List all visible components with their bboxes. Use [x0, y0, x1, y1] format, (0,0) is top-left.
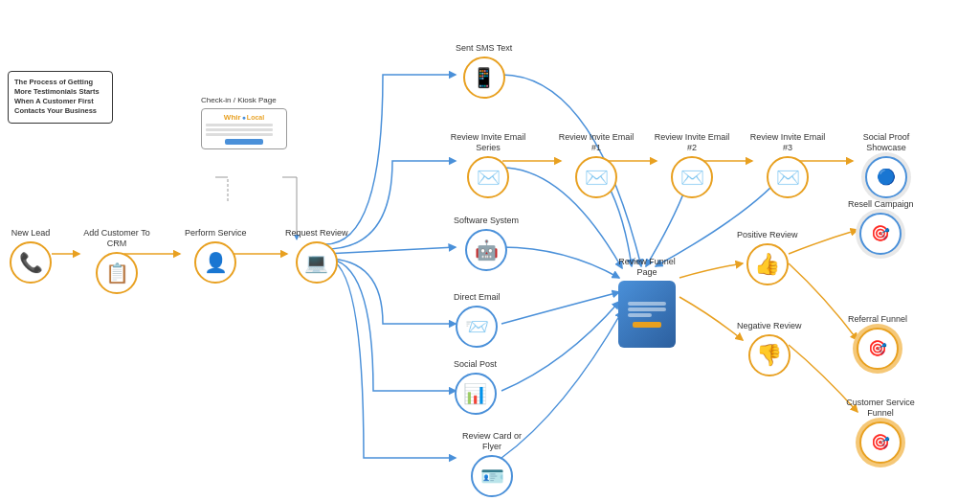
customer-service-icon: 🎯 [859, 421, 902, 464]
direct-email-icon: 📨 [456, 306, 498, 348]
review-invite-1-label: Review Invite Email #1 [558, 132, 635, 153]
customer-service-node: Customer Service Funnel 🎯 [842, 398, 919, 464]
direct-email-node: Direct Email 📨 [454, 292, 501, 348]
software-system-node: Software System 🤖 [454, 216, 519, 271]
review-invite-series-label: Review Invite Email Series [450, 132, 526, 153]
review-invite-2-node: Review Invite Email #2 ✉️ [654, 132, 730, 198]
request-review-icon: 💻 [296, 241, 338, 284]
perform-service-label: Perform Service [185, 228, 247, 239]
review-card-label: Review Card or Flyer [454, 431, 530, 452]
checkin-box: Check-in / Kiosk Page Whir●Local [201, 96, 287, 149]
software-system-label: Software System [454, 216, 519, 226]
add-crm-node: Add Customer To CRM 📋 [78, 228, 155, 294]
perform-service-node: Perform Service 👤 [185, 228, 247, 284]
positive-review-label: Positive Review [737, 230, 798, 240]
direct-email-label: Direct Email [454, 292, 501, 303]
sent-sms-label: Sent SMS Text [456, 43, 512, 54]
sent-sms-node: Sent SMS Text 📱 [456, 43, 512, 99]
social-post-node: Social Post 📊 [454, 359, 497, 415]
review-invite-3-label: Review Invite Email #3 [749, 132, 826, 153]
resell-campaign-node: Resell Campaign 🎯 [848, 199, 914, 255]
perform-service-icon: 👤 [194, 241, 236, 284]
review-invite-3-icon: ✉️ [767, 156, 809, 198]
social-post-icon: 📊 [455, 373, 497, 415]
negative-review-label: Negative Review [737, 321, 802, 331]
new-lead-node: New Lead 📞 [10, 228, 52, 284]
review-invite-series-node: Review Invite Email Series ✉️ [450, 132, 526, 198]
review-invite-1-node: Review Invite Email #1 ✉️ [558, 132, 635, 198]
new-lead-icon: 📞 [10, 241, 52, 284]
social-proof-label: Social Proof Showcase [848, 132, 924, 153]
negative-review-icon: 👎 [748, 334, 791, 376]
add-crm-icon: 📋 [96, 252, 138, 294]
intro-text-box: The Process of Getting More Testimonials… [8, 71, 113, 124]
resell-campaign-label: Resell Campaign [848, 199, 914, 210]
social-proof-node: Social Proof Showcase 🔵 [848, 132, 924, 198]
add-crm-label: Add Customer To CRM [78, 228, 155, 249]
request-review-node: Request Review 💻 [285, 228, 348, 284]
positive-review-node: Positive Review 👍 [737, 230, 798, 285]
referral-funnel-label: Referral Funnel [848, 314, 907, 325]
flowchart-canvas: The Process of Getting More Testimonials… [0, 0, 980, 501]
review-invite-3-node: Review Invite Email #3 ✉️ [749, 132, 826, 198]
review-card-node: Review Card or Flyer 🪪 [454, 431, 530, 497]
negative-review-node: Negative Review 👎 [737, 321, 802, 376]
resell-campaign-icon: 🎯 [859, 213, 902, 255]
review-invite-1-icon: ✉️ [575, 156, 617, 198]
review-invite-2-icon: ✉️ [671, 156, 713, 198]
intro-text: The Process of Getting More Testimonials… [14, 78, 100, 115]
referral-funnel-icon: 🎯 [857, 328, 899, 370]
review-funnel-node: Review Funnel Page [609, 257, 685, 348]
review-funnel-label: Review Funnel Page [609, 257, 685, 278]
review-card-icon: 🪪 [471, 455, 513, 497]
request-review-label: Request Review [285, 228, 348, 239]
software-system-icon: 🤖 [465, 229, 507, 271]
customer-service-label: Customer Service Funnel [842, 398, 919, 419]
positive-review-icon: 👍 [746, 243, 789, 285]
checkin-label: Check-in / Kiosk Page [201, 96, 287, 105]
checkin-mockup: Whir●Local [201, 108, 287, 149]
social-proof-icon: 🔵 [865, 156, 907, 198]
review-invite-series-icon: ✉️ [467, 156, 509, 198]
new-lead-label: New Lead [11, 228, 51, 239]
referral-funnel-node: Referral Funnel 🎯 [848, 314, 907, 370]
social-post-label: Social Post [454, 359, 497, 370]
review-funnel-icon [618, 281, 676, 348]
review-invite-2-label: Review Invite Email #2 [654, 132, 730, 153]
sent-sms-icon: 📱 [463, 57, 505, 99]
